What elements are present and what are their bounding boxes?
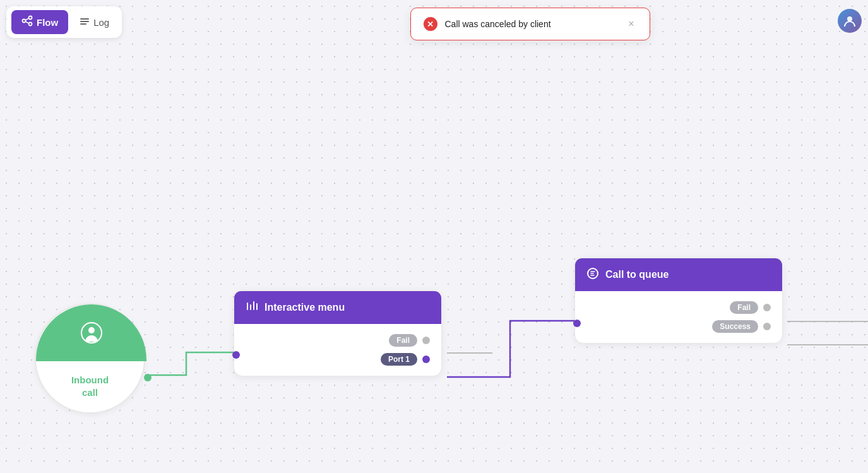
avatar — [838, 9, 862, 33]
flow-canvas: Flow Log ✕ Call was canceled by client × — [0, 0, 868, 473]
user-area — [838, 9, 862, 33]
inbound-icon-area — [36, 304, 146, 361]
svg-rect-12 — [250, 304, 251, 310]
error-notification: ✕ Call was canceled by client × — [410, 8, 650, 40]
flow-label: Flow — [37, 17, 58, 28]
svg-rect-5 — [80, 18, 89, 20]
queue-success-port-row: Success — [586, 320, 771, 333]
queue-input-port — [573, 320, 581, 327]
interactive-fail-port-row: Fail — [246, 334, 430, 347]
call-to-queue-header: Call to queue — [575, 258, 782, 291]
flow-connections — [0, 0, 868, 473]
svg-line-3 — [25, 18, 29, 20]
error-icon: ✕ — [424, 17, 437, 31]
svg-point-8 — [847, 16, 852, 21]
queue-icon — [586, 267, 599, 282]
inbound-call-node[interactable]: Inbound call — [35, 303, 145, 414]
interactive-fail-label: Fail — [389, 334, 417, 347]
svg-rect-14 — [256, 303, 258, 310]
interactive-menu-header: Interactive menu — [234, 291, 441, 324]
svg-point-0 — [23, 20, 26, 23]
svg-line-4 — [25, 21, 29, 23]
topbar: Flow Log — [6, 6, 122, 38]
queue-success-dot — [763, 323, 771, 330]
call-to-queue-node[interactable]: Call to queue Fail Success — [574, 258, 783, 344]
svg-point-2 — [29, 23, 32, 26]
log-label: Log — [93, 17, 109, 28]
inbound-call-label: Inbound call — [71, 374, 109, 398]
interactive-fail-dot — [422, 337, 430, 344]
flow-icon — [21, 15, 33, 29]
interactive-menu-node[interactable]: Interactive menu Fail Port 1 — [234, 290, 442, 376]
log-icon — [80, 16, 90, 28]
svg-rect-11 — [247, 302, 248, 310]
interactive-menu-body: Fail Port 1 — [234, 324, 441, 376]
flow-button[interactable]: Flow — [11, 10, 68, 34]
svg-point-10 — [88, 327, 95, 333]
call-to-queue-body: Fail Success — [575, 291, 782, 343]
interactive-menu-title: Interactive menu — [265, 302, 345, 313]
queue-success-label: Success — [712, 320, 758, 333]
log-button[interactable]: Log — [72, 11, 117, 33]
notification-close-button[interactable]: × — [626, 17, 636, 31]
queue-fail-port-row: Fail — [586, 301, 771, 314]
svg-rect-6 — [80, 21, 89, 22]
call-to-queue-title: Call to queue — [605, 269, 669, 280]
interactive-input-port — [232, 351, 240, 359]
svg-rect-7 — [80, 23, 86, 25]
queue-fail-label: Fail — [730, 301, 758, 314]
notification-message: Call was canceled by client — [445, 19, 619, 29]
interactive-port1-row: Port 1 — [246, 353, 430, 366]
svg-point-1 — [29, 16, 32, 20]
inbound-output-port — [144, 374, 152, 381]
queue-fail-dot — [763, 304, 771, 311]
interactive-menu-icon — [246, 300, 258, 315]
svg-rect-13 — [253, 301, 254, 310]
interactive-port1-dot — [422, 356, 430, 363]
interactive-port1-label: Port 1 — [381, 353, 417, 366]
